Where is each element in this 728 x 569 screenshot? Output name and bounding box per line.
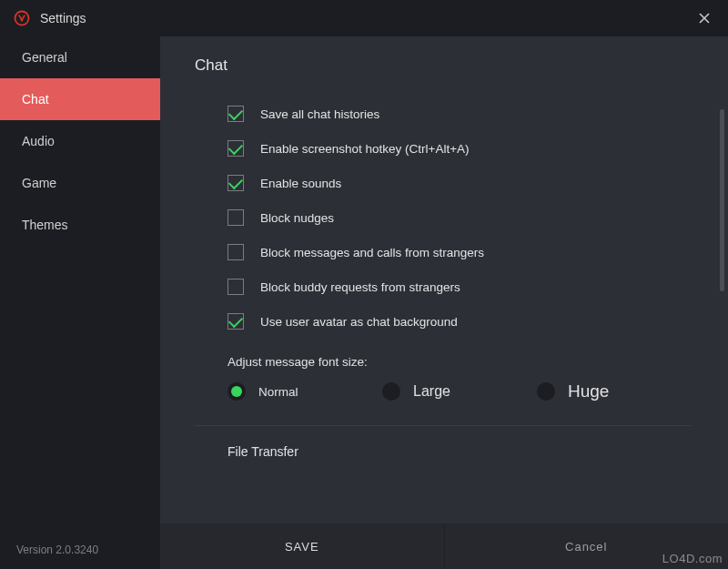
sidebar-item-label: Themes	[22, 218, 68, 232]
option-avatar-background[interactable]: Use user avatar as chat background	[228, 304, 692, 339]
option-label: Save all chat histories	[260, 107, 379, 121]
checkbox[interactable]	[228, 244, 244, 260]
settings-window: Settings General Chat Audio Game Themes …	[0, 0, 728, 569]
sidebar-item-themes[interactable]: Themes	[0, 204, 160, 246]
radio-label: Normal	[258, 385, 298, 399]
option-label: Block messages and calls from strangers	[260, 246, 484, 259]
sidebar-item-audio[interactable]: Audio	[0, 120, 160, 162]
radio[interactable]	[382, 382, 400, 401]
option-label: Block nudges	[260, 211, 334, 225]
checkbox[interactable]	[228, 279, 244, 295]
radio-label: Large	[413, 383, 450, 400]
option-label: Enable screenshot hotkey (Ctrl+Alt+A)	[260, 142, 470, 156]
chat-options: Save all chat histories Enable screensho…	[195, 97, 692, 339]
option-block-strangers-msgs[interactable]: Block messages and calls from strangers	[228, 235, 692, 269]
file-transfer-heading: File Transfer	[195, 444, 692, 459]
svg-point-0	[15, 12, 29, 25]
option-label: Block buddy requests from strangers	[260, 280, 460, 294]
main-panel: Chat Save all chat histories Enable scre…	[160, 36, 728, 569]
font-size-title: Adjust message font size:	[228, 355, 692, 369]
checkbox[interactable]	[228, 140, 244, 157]
checkbox[interactable]	[228, 313, 244, 330]
checkbox[interactable]	[228, 175, 244, 191]
option-label: Enable sounds	[260, 177, 341, 190]
scrollbar-thumb[interactable]	[720, 109, 724, 291]
page-title: Chat	[195, 56, 692, 75]
cancel-button[interactable]: Cancel	[444, 523, 729, 569]
sidebar: General Chat Audio Game Themes Version 2…	[0, 36, 160, 569]
option-enable-sounds[interactable]: Enable sounds	[228, 166, 692, 200]
footer: SAVE Cancel	[160, 523, 728, 569]
titlebar-title: Settings	[40, 11, 86, 25]
sidebar-item-label: General	[22, 50, 67, 65]
section-divider	[195, 425, 692, 426]
option-screenshot-hotkey[interactable]: Enable screenshot hotkey (Ctrl+Alt+A)	[228, 131, 692, 166]
body: General Chat Audio Game Themes Version 2…	[0, 36, 728, 569]
font-size-huge[interactable]: Huge	[537, 381, 692, 401]
radio[interactable]	[537, 382, 555, 401]
sidebar-item-label: Audio	[22, 134, 55, 148]
font-size-section: Adjust message font size: Normal Large	[195, 355, 692, 401]
checkbox[interactable]	[228, 106, 244, 122]
radio-label: Huge	[568, 381, 609, 401]
sidebar-item-game[interactable]: Game	[0, 162, 160, 204]
option-block-nudges[interactable]: Block nudges	[228, 200, 692, 235]
sidebar-item-chat[interactable]: Chat	[0, 78, 160, 120]
sidebar-item-label: Game	[22, 176, 56, 190]
app-logo-icon	[13, 9, 31, 27]
option-save-histories[interactable]: Save all chat histories	[228, 97, 692, 131]
content-area: Chat Save all chat histories Enable scre…	[160, 36, 728, 523]
save-button[interactable]: SAVE	[160, 523, 444, 569]
sidebar-item-label: Chat	[22, 92, 49, 107]
font-size-normal[interactable]: Normal	[228, 381, 382, 401]
titlebar: Settings	[0, 0, 728, 36]
sidebar-item-general[interactable]: General	[0, 36, 160, 78]
option-label: Use user avatar as chat background	[260, 315, 458, 329]
option-block-buddy-requests[interactable]: Block buddy requests from strangers	[228, 269, 692, 304]
font-size-large[interactable]: Large	[382, 381, 537, 401]
radio[interactable]	[228, 382, 246, 401]
close-button[interactable]	[693, 7, 715, 29]
checkbox[interactable]	[228, 209, 244, 226]
font-size-radios: Normal Large Huge	[228, 381, 692, 401]
version-label: Version 2.0.3240	[0, 531, 160, 569]
